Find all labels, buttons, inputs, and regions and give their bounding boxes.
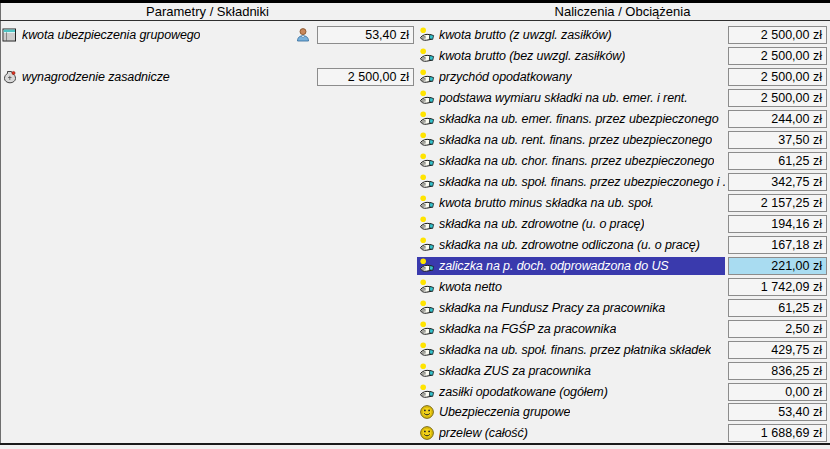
bottom-border [0,443,830,445]
hand-coin-icon [419,174,435,190]
hand-coin-icon [419,258,435,274]
left-row-label: kwota ubezpieczenia grupowego [22,26,200,44]
hand-coin-icon [419,216,435,232]
hand-coin-icon [419,153,435,169]
calculation-row-value[interactable]: 61,25 zł [728,152,827,170]
summary-row-label-area: Ubezpieczenia grupowe [417,403,725,421]
calculation-row-label-area: podstawa wymiaru składki na ub. emer. i … [417,89,725,107]
calculation-row-label-area: kwota brutto (z uwzgl. zasiłków) [417,26,725,44]
summary-row-value[interactable]: 53,40 zł [728,403,827,421]
moneybag-icon [2,69,18,85]
left-row-value[interactable]: 2 500,00 zł [317,68,414,86]
calculation-row-value[interactable]: 2 157,25 zł [728,194,827,212]
calculation-row-label: składka na Fundusz Pracy za pracownika [439,299,665,317]
calculation-row[interactable]: składka na ub. emer. finans. przez ubezp… [417,110,827,128]
calculation-row-label-area: składka ZUS za pracownika [417,362,725,380]
calculation-row[interactable]: składka ZUS za pracownika 836,25 zł [417,362,827,380]
smiley-coin-icon [419,425,435,441]
calculation-row[interactable]: kwota brutto (bez uwzgl. zasiłków) 2 500… [417,47,827,65]
calculation-row-value[interactable]: 1 742,09 zł [728,278,827,296]
calculation-row-value[interactable]: 2,50 zł [728,320,827,338]
hand-coin-icon [419,342,435,358]
calculation-row[interactable]: składka na ub. społ. finans. przez ubezp… [417,173,827,191]
hand-coin-icon [419,69,435,85]
hand-coin-icon [419,132,435,148]
summary-row[interactable]: przelew (całość) 1 688,69 zł [417,424,827,442]
calculation-row-value[interactable]: 2 500,00 zł [728,26,827,44]
calculation-row[interactable]: składka na ub. rent. finans. przez ubezp… [417,131,827,149]
calculation-row-label-area: składka na ub. emer. finans. przez ubezp… [417,110,725,128]
hand-coin-icon [419,27,435,43]
hand-coin-icon [419,48,435,64]
calculation-row[interactable]: składka na FGŚP za pracownika 2,50 zł [417,320,827,338]
calculation-row-label: kwota brutto minus składka na ub. społ. [439,194,654,212]
calculation-row[interactable]: kwota netto 1 742,09 zł [417,278,827,296]
calculation-row-value[interactable]: 836,25 zł [728,362,827,380]
calculation-row[interactable]: kwota brutto (z uwzgl. zasiłków) 2 500,0… [417,26,827,44]
calculation-row-label: składka na ub. rent. finans. przez ubezp… [439,131,712,149]
hand-coin-icon [419,279,435,295]
calculation-row-label-area: składka na ub. chor. finans. przez ubezp… [417,152,725,170]
calculation-row-label: kwota netto [439,278,502,296]
left-border [0,3,1,443]
left-row-kwota-ubezpieczenia-grupowego[interactable]: kwota ubezpieczenia grupowego 53,40 zł [2,26,414,44]
calculation-row-label-area: składka na Fundusz Pracy za pracownika [417,299,725,317]
calculation-row-value[interactable]: 2 500,00 zł [728,89,827,107]
calculation-row-value[interactable]: 0,00 zł [728,383,827,401]
calculation-row-value[interactable]: 429,75 zł [728,341,827,359]
calculation-row[interactable]: kwota brutto minus składka na ub. społ. … [417,194,827,212]
calculation-row-label: składka na ub. społ. finans. przez ubezp… [439,173,725,191]
calculation-row-label-area: składka na ub. społ. finans. przez ubezp… [417,173,725,191]
calculation-row[interactable]: zasiłki opodatkowane (ogółem) 0,00 zł [417,383,827,401]
calculation-row[interactable]: składka na ub. chor. finans. przez ubezp… [417,152,827,170]
calculation-row[interactable]: składka na ub. zdrowotne odliczona (u. o… [417,236,827,254]
calculation-row[interactable]: podstawa wymiaru składki na ub. emer. i … [417,89,827,107]
left-row-value[interactable]: 53,40 zł [317,26,414,44]
left-row-label-area: kwota ubezpieczenia grupowego [2,26,200,44]
calculation-row[interactable]: zaliczka na p. doch. odprowadzona do US … [417,257,827,275]
summary-row[interactable]: Ubezpieczenia grupowe 53,40 zł [417,403,827,421]
calculation-row-label: zasiłki opodatkowane (ogółem) [439,383,608,401]
calculation-row[interactable]: składka na Fundusz Pracy za pracownika 6… [417,299,827,317]
calculation-row-value[interactable]: 37,50 zł [728,131,827,149]
payroll-calculation-panel: Parametry / Składniki Naliczenia / Obcią… [0,0,830,449]
calculation-row-label-area: kwota brutto (bez uwzgl. zasiłków) [417,47,725,65]
calculation-row-value[interactable]: 167,18 zł [728,236,827,254]
right-panel-header: Naliczenia / Obciążenia [415,4,830,20]
hand-coin-icon [419,384,435,400]
summary-row-value[interactable]: 1 688,69 zł [728,424,827,442]
calculation-row-label-area: składka na ub. rent. finans. przez ubezp… [417,131,725,149]
left-row-label: wynagrodzenie zasadnicze [22,68,170,86]
calculation-row-value[interactable]: 342,75 zł [728,173,827,191]
person-icon [295,27,311,43]
calculation-row-label: składka na FGŚP za pracownika [439,320,616,338]
left-panel-header: Parametry / Składniki [0,4,415,20]
calculation-row-value[interactable]: 194,16 zł [728,215,827,233]
calculation-row-label: składka na ub. zdrowotne (u. o pracę) [439,215,644,233]
calculation-row-label-area: przychód opodatkowany [417,68,725,86]
calculation-row-label: podstawa wymiaru składki na ub. emer. i … [439,89,688,107]
calculation-row-label-area: kwota brutto minus składka na ub. społ. [417,194,725,212]
calculation-row-label: kwota brutto (bez uwzgl. zasiłków) [439,47,625,65]
calculation-row[interactable]: składka na ub. zdrowotne (u. o pracę) 19… [417,215,827,233]
header-separator [0,20,830,21]
calculation-row[interactable]: przychód opodatkowany 2 500,00 zł [417,68,827,86]
calculation-row-value[interactable]: 2 500,00 zł [728,47,827,65]
smiley-coin-icon [419,404,435,420]
calculation-row-label: składka na ub. chor. finans. przez ubezp… [439,152,714,170]
hand-coin-icon [419,237,435,253]
calculation-row-label: kwota brutto (z uwzgl. zasiłków) [439,26,612,44]
calculation-row-value[interactable]: 244,00 zł [728,110,827,128]
calculation-row-label: składka na ub. emer. finans. przez ubezp… [439,110,719,128]
left-row-label-area: wynagrodzenie zasadnicze [2,68,170,86]
calculation-row-value[interactable]: 2 500,00 zł [728,68,827,86]
calculation-row[interactable]: składka na ub. społ. finans. przez płatn… [417,341,827,359]
calculation-row-label-area: zasiłki opodatkowane (ogółem) [417,383,725,401]
calculation-row-value[interactable]: 221,00 zł [728,257,827,275]
calculation-row-value[interactable]: 61,25 zł [728,299,827,317]
hand-coin-icon [419,90,435,106]
left-row-wynagrodzenie-zasadnicze[interactable]: wynagrodzenie zasadnicze 2 500,00 zł [2,68,414,86]
table-icon [2,27,18,43]
calculation-row-label: przychód opodatkowany [439,68,572,86]
summary-row-label-area: przelew (całość) [417,424,725,442]
